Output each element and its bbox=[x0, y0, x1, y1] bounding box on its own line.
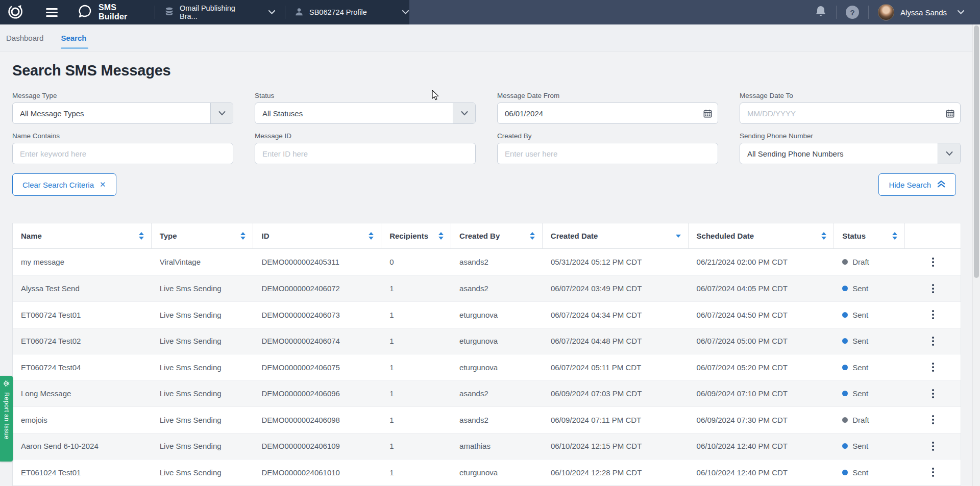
select-value: All Sending Phone Numbers bbox=[740, 149, 938, 158]
cell-status: Sent bbox=[834, 381, 905, 407]
row-actions-kebab-icon[interactable] bbox=[929, 386, 937, 401]
field-status: Status All Statuses bbox=[255, 92, 476, 124]
column-header-id[interactable]: ID bbox=[253, 223, 381, 248]
status-dot bbox=[842, 312, 848, 318]
status-select[interactable]: All Statuses bbox=[255, 103, 476, 124]
cell-actions bbox=[905, 328, 961, 354]
sort-both-icon bbox=[433, 232, 444, 240]
cell-recipients: 1 bbox=[381, 433, 451, 459]
field-created-by: Created By bbox=[497, 132, 718, 164]
column-header-created-by[interactable]: Created By bbox=[451, 223, 543, 248]
column-header-recipients[interactable]: Recipients bbox=[381, 223, 451, 248]
row-actions-kebab-icon[interactable] bbox=[929, 307, 937, 322]
navbar-divider bbox=[868, 6, 869, 19]
vertical-scrollbar-track[interactable] bbox=[972, 24, 980, 486]
column-label: Scheduled Date bbox=[697, 232, 754, 240]
tab-search[interactable]: Search bbox=[61, 24, 86, 51]
calendar-icon[interactable] bbox=[940, 103, 960, 123]
hamburger-menu-icon[interactable] bbox=[46, 8, 58, 17]
row-actions-kebab-icon[interactable] bbox=[929, 465, 937, 480]
cell-type: Live Sms Sending bbox=[152, 328, 254, 354]
top-navbar: SMS Builder Omail Publishing Bra... bbox=[0, 0, 980, 24]
hide-search-button[interactable]: Hide Search bbox=[878, 173, 956, 196]
field-sending-phone-number: Sending Phone Number All Sending Phone N… bbox=[740, 132, 961, 164]
cell-status: Sent bbox=[834, 459, 905, 485]
status-label: Sent bbox=[852, 311, 868, 319]
bug-icon bbox=[3, 380, 10, 389]
row-actions-kebab-icon[interactable] bbox=[929, 360, 937, 375]
cell-actions bbox=[905, 459, 961, 485]
cell-actions bbox=[905, 276, 961, 302]
brand-dropdown[interactable]: Omail Publishing Bra... bbox=[164, 4, 276, 20]
cell-id: DEMO0000024061010 bbox=[253, 459, 381, 485]
user-avatar[interactable] bbox=[878, 4, 894, 20]
cell-recipients: 1 bbox=[381, 302, 451, 328]
field-label: Sending Phone Number bbox=[740, 132, 961, 140]
row-actions-kebab-icon[interactable] bbox=[929, 254, 937, 270]
column-header-name[interactable]: Name bbox=[13, 223, 152, 248]
user-menu-chevron-icon[interactable] bbox=[957, 8, 965, 17]
cell-type: Live Sms Sending bbox=[152, 276, 254, 302]
status-dot bbox=[842, 259, 848, 265]
message-type-select[interactable]: All Message Types bbox=[12, 103, 233, 124]
cell-created-by: eturgunova bbox=[451, 354, 543, 380]
cell-id: DEMO0000002406109 bbox=[253, 433, 381, 459]
chevron-down-icon bbox=[938, 143, 960, 164]
cell-scheduled-date: 06/10/2024 12:40 PM CDT bbox=[689, 459, 835, 485]
column-header-actions bbox=[905, 223, 961, 248]
cell-type: Live Sms Sending bbox=[152, 433, 254, 459]
field-message-date-to: Message Date To bbox=[740, 92, 961, 124]
cell-recipients: 1 bbox=[381, 328, 451, 354]
row-actions-kebab-icon[interactable] bbox=[929, 412, 937, 427]
sort-both-icon bbox=[816, 232, 826, 240]
table-row: ET060724 Test02Live Sms SendingDEMO00000… bbox=[13, 328, 961, 354]
message-date-to-input[interactable] bbox=[740, 103, 940, 123]
cell-type: Live Sms Sending bbox=[152, 302, 254, 328]
profile-dropdown[interactable]: SB062724 Profile bbox=[295, 7, 409, 18]
column-label: ID bbox=[261, 232, 269, 240]
cell-name: Aaron Send 6-10-2024 bbox=[13, 433, 152, 459]
omeda-logo-icon[interactable] bbox=[7, 3, 23, 21]
table-row: my messageViralVintageDEMO00000024053110… bbox=[13, 249, 961, 275]
cell-type: ViralVintage bbox=[152, 249, 254, 275]
message-date-from-input[interactable] bbox=[498, 103, 697, 123]
clear-search-criteria-button[interactable]: Clear Search Criteria ✕ bbox=[12, 173, 116, 196]
status-dot bbox=[842, 365, 848, 370]
vertical-scrollbar-thumb[interactable] bbox=[974, 25, 979, 278]
navbar-right-section: ? Alyssa Sands bbox=[409, 0, 980, 24]
column-header-scheduled-date[interactable]: Scheduled Date bbox=[689, 223, 835, 248]
column-header-type[interactable]: Type bbox=[152, 223, 254, 248]
cell-recipients: 0 bbox=[381, 249, 451, 275]
cell-scheduled-date: 06/09/2024 07:30 PM CDT bbox=[689, 407, 835, 433]
chevron-down-icon bbox=[210, 103, 233, 123]
sending-phone-select[interactable]: All Sending Phone Numbers bbox=[740, 143, 961, 164]
cell-name: ET060724 Test04 bbox=[13, 354, 152, 380]
cell-scheduled-date: 06/07/2024 05:00 PM CDT bbox=[689, 328, 835, 354]
field-label: Message Date To bbox=[740, 92, 961, 99]
notifications-bell-icon[interactable] bbox=[815, 5, 827, 20]
help-icon[interactable]: ? bbox=[846, 6, 859, 19]
cell-type: Live Sms Sending bbox=[152, 459, 254, 485]
status-dot bbox=[842, 470, 848, 475]
field-label: Status bbox=[255, 92, 476, 99]
column-header-status[interactable]: Status bbox=[834, 223, 905, 248]
cell-recipients: 1 bbox=[381, 381, 451, 407]
navbar-left-section: SMS Builder Omail Publishing Bra... bbox=[0, 0, 409, 24]
tab-dashboard[interactable]: Dashboard bbox=[6, 24, 43, 51]
hide-button-label: Hide Search bbox=[889, 181, 931, 189]
cell-actions bbox=[905, 249, 961, 275]
row-actions-kebab-icon[interactable] bbox=[929, 281, 937, 296]
table-row: ET061024 Test01Live Sms SendingDEMO00000… bbox=[13, 459, 961, 485]
report-an-issue-button[interactable]: Report an Issue bbox=[0, 376, 13, 462]
calendar-icon[interactable] bbox=[697, 103, 718, 123]
column-header-created-date[interactable]: Created Date bbox=[543, 223, 689, 248]
brand-dropdown-label: Omail Publishing Bra... bbox=[180, 4, 255, 20]
name-contains-input[interactable] bbox=[13, 143, 233, 164]
status-label: Draft bbox=[852, 416, 869, 424]
message-id-input[interactable] bbox=[255, 143, 475, 164]
created-by-input[interactable] bbox=[498, 143, 718, 164]
row-actions-kebab-icon[interactable] bbox=[929, 439, 937, 454]
row-actions-kebab-icon[interactable] bbox=[929, 334, 937, 349]
column-label: Status bbox=[842, 232, 866, 240]
close-icon: ✕ bbox=[100, 180, 106, 189]
